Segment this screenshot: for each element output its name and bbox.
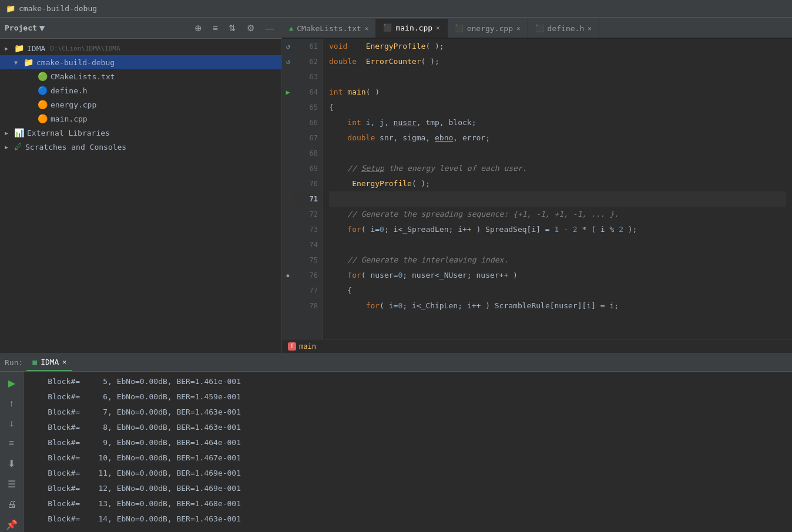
run-tab-label: IDMA bbox=[41, 358, 59, 366]
code-line-69: // Setup the energy level of each user. bbox=[329, 161, 786, 176]
cpp-icon: 🟠 bbox=[38, 114, 48, 123]
code-line-64: int main( ) bbox=[329, 85, 786, 100]
run-play-button[interactable]: ▶ bbox=[6, 375, 18, 391]
tab-main-cpp[interactable]: ⬛ main.cpp ✕ bbox=[376, 19, 447, 38]
run-pin-button[interactable]: 📌 bbox=[4, 517, 20, 532]
tab-close-define-h[interactable]: ✕ bbox=[588, 25, 592, 32]
arrow-icon bbox=[28, 87, 38, 94]
line-num-63: 63 bbox=[294, 69, 323, 85]
breadcrumb-bar: f main bbox=[282, 339, 792, 353]
tab-close-cmake[interactable]: ✕ bbox=[365, 25, 369, 32]
line-number-gutter: 61 62 63 64 65 66 67 68 69 70 71 72 73 7… bbox=[294, 39, 323, 339]
tree-item-main-cpp[interactable]: 🟠 main.cpp bbox=[0, 112, 281, 126]
run-tab-close[interactable]: ✕ bbox=[62, 358, 66, 366]
cpp-tab-icon: ⬛ bbox=[455, 24, 464, 32]
code-content[interactable]: void EnergyProfile( ); double ErrorCount… bbox=[323, 39, 792, 339]
tree-label: energy.cpp bbox=[51, 100, 96, 109]
tree-label: IDMA bbox=[27, 44, 45, 53]
tab-close-main-cpp[interactable]: ✕ bbox=[436, 24, 440, 32]
run-icon[interactable]: ▶ bbox=[286, 88, 290, 96]
output-line: Block#= 14, EbNo=0.00dB, BER=1.463e-001 bbox=[29, 511, 786, 527]
tree-item-define-h[interactable]: 🔵 define.h bbox=[0, 83, 281, 97]
editor-area: ▲ CMakeLists.txt ✕ ⬛ main.cpp ✕ ⬛ energy… bbox=[282, 18, 792, 353]
run-down-button[interactable]: ↓ bbox=[7, 416, 16, 431]
output-line: Block#= 13, EbNo=0.00dB, BER=1.468e-001 bbox=[29, 496, 786, 511]
tab-bar: ▲ CMakeLists.txt ✕ ⬛ main.cpp ✕ ⬛ energy… bbox=[282, 18, 792, 39]
tree-item-cmake-build-debug[interactable]: ▼ 📁 cmake-build-debug bbox=[0, 55, 281, 69]
code-line-73: for( i=0; i<_SpreadLen; i++ ) SpreadSeq[… bbox=[329, 222, 786, 237]
line-num-73: 73 bbox=[294, 222, 323, 237]
line-num-66: 66 bbox=[294, 115, 323, 130]
reload-icon: ↺ bbox=[286, 58, 290, 66]
tree-item-external-libraries[interactable]: ▶ 📊 External Libraries bbox=[0, 126, 281, 140]
project-dropdown[interactable]: Project ▼ bbox=[5, 22, 45, 33]
output-line: Block#= 9, EbNo=0.00dB, BER=1.464e-001 bbox=[29, 435, 786, 450]
line-action-66 bbox=[282, 115, 294, 130]
main-area: Project ▼ ⊕ ≡ ⇅ ⚙ — ▶ 📁 IDMA D:\CLion\ID… bbox=[0, 18, 792, 353]
run-columns-button[interactable]: ☰ bbox=[5, 476, 18, 492]
line-numbers: 61 62 63 64 65 66 67 68 69 70 71 72 73 7… bbox=[294, 39, 323, 314]
tree-item-energy-cpp[interactable]: 🟠 energy.cpp bbox=[0, 97, 281, 112]
code-line-67: double snr, sigma, ebno, error; bbox=[329, 130, 786, 146]
title-text: cmake-build-debug bbox=[19, 4, 97, 13]
folder-icon: 📁 bbox=[6, 4, 15, 13]
run-stop-button[interactable]: ≡ bbox=[6, 436, 16, 451]
run-up-button[interactable]: ↑ bbox=[7, 396, 16, 411]
minimize-button[interactable]: — bbox=[262, 21, 277, 35]
tab-cmake[interactable]: ▲ CMakeLists.txt ✕ bbox=[282, 19, 376, 38]
code-line-76: for( nuser=0; nuser<_NUser; nuser++ ) bbox=[329, 268, 786, 283]
h-tab-icon: ⬛ bbox=[535, 24, 544, 32]
tree-label: main.cpp bbox=[51, 115, 88, 123]
sync-button[interactable]: ⊕ bbox=[192, 21, 205, 35]
bottom-tab-idma[interactable]: ■ IDMA ✕ bbox=[26, 355, 72, 371]
libs-icon: 📊 bbox=[14, 128, 24, 137]
line-action-68 bbox=[282, 146, 294, 161]
line-action-74 bbox=[282, 237, 294, 252]
cpp-icon: 🟠 bbox=[38, 100, 48, 109]
bottom-tab-bar: Run: ■ IDMA ✕ bbox=[0, 354, 792, 372]
tree-label: CMakeLists.txt bbox=[51, 72, 115, 81]
run-tab-icon: ■ bbox=[32, 358, 37, 366]
function-icon: f bbox=[288, 342, 296, 351]
line-action-67 bbox=[282, 130, 294, 146]
gutter-actions: ↺ ↺ ▶ ● bbox=[282, 39, 294, 339]
line-action-69 bbox=[282, 161, 294, 176]
code-editor: ↺ ↺ ▶ ● 61 bbox=[282, 39, 792, 339]
expand-all-button[interactable]: ⇅ bbox=[226, 21, 239, 35]
settings-button[interactable]: ⚙ bbox=[244, 21, 257, 35]
line-num-68: 68 bbox=[294, 146, 323, 161]
output-line: Block#= 8, EbNo=0.00dB, BER=1.463e-001 bbox=[29, 420, 786, 435]
tab-close-energy-cpp[interactable]: ✕ bbox=[516, 25, 521, 32]
line-action-73 bbox=[282, 222, 294, 237]
code-line-70: EnergyProfile( ); bbox=[329, 176, 786, 191]
run-scroll-button[interactable]: ⬇ bbox=[5, 456, 18, 472]
code-line-78: for( i=0; i<_ChipLen; i++ ) ScrambleRule… bbox=[329, 298, 786, 314]
arrow-icon: ▶ bbox=[5, 130, 14, 136]
arrow-icon bbox=[28, 73, 38, 80]
tab-define-h[interactable]: ⬛ define.h ✕ bbox=[528, 19, 599, 38]
tab-energy-cpp[interactable]: ⬛ energy.cpp ✕ bbox=[448, 19, 528, 38]
tree-label: define.h bbox=[51, 86, 88, 95]
line-action-70 bbox=[282, 176, 294, 191]
line-action-72 bbox=[282, 207, 294, 222]
project-toolbar: Project ▼ ⊕ ≡ ⇅ ⚙ — bbox=[0, 18, 281, 39]
tree-item-cmakelists[interactable]: 🟢 CMakeLists.txt bbox=[0, 69, 281, 83]
run-output: Block#= 5, EbNo=0.00dB, BER=1.461e-001 B… bbox=[24, 372, 792, 532]
tree-item-idma-root[interactable]: ▶ 📁 IDMA D:\CLion\IDMA\IDMA bbox=[0, 41, 281, 55]
line-action-64[interactable]: ▶ bbox=[282, 85, 294, 100]
run-panel: ▶ ↑ ↓ ≡ ⬇ ☰ 🖨 📌 🗑 Block#= 5, EbNo=0.00dB… bbox=[0, 372, 792, 532]
run-print-button[interactable]: 🖨 bbox=[5, 497, 19, 512]
line-action-65 bbox=[282, 100, 294, 115]
line-action-61: ↺ bbox=[282, 39, 294, 54]
code-line-77: { bbox=[329, 283, 786, 298]
collapse-all-button[interactable]: ≡ bbox=[210, 21, 221, 35]
title-bar: 📁 cmake-build-debug bbox=[0, 0, 792, 18]
tree-item-scratches[interactable]: ▶ 🖊 Scratches and Consoles bbox=[0, 140, 281, 154]
line-num-74: 74 bbox=[294, 237, 323, 252]
tree-label: Scratches and Consoles bbox=[25, 143, 126, 151]
project-tree: ▶ 📁 IDMA D:\CLion\IDMA\IDMA ▼ 📁 cmake-bu… bbox=[0, 39, 281, 353]
line-num-62: 62 bbox=[294, 54, 323, 69]
project-label: Project bbox=[5, 23, 37, 32]
line-num-77: 77 bbox=[294, 283, 323, 298]
output-line: Block#= 5, EbNo=0.00dB, BER=1.461e-001 bbox=[29, 374, 786, 389]
